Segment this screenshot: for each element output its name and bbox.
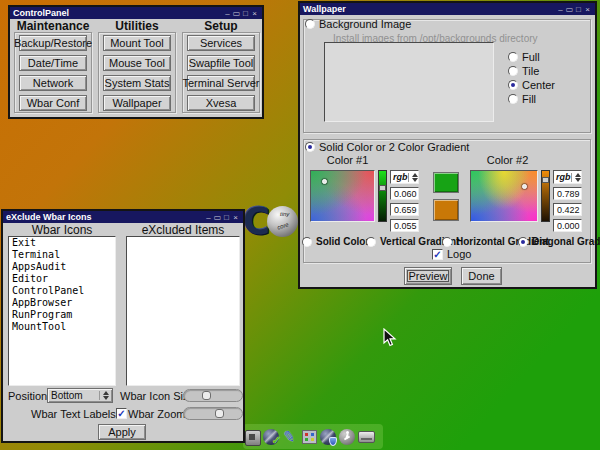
color1-swatch[interactable]: [433, 172, 459, 193]
mode-radio-fill[interactable]: Fill: [508, 93, 536, 105]
color2-b-field[interactable]: 0.000: [553, 219, 582, 232]
mode-radio-center[interactable]: Center: [508, 79, 555, 91]
network-button[interactable]: Network: [19, 75, 87, 91]
position-label: Position: [8, 390, 47, 402]
system-stats-button[interactable]: System Stats: [103, 75, 171, 91]
radio-icon[interactable]: [302, 237, 312, 247]
mount-tool-button[interactable]: Mount Tool: [103, 35, 171, 51]
color1-g-field[interactable]: 0.659: [390, 203, 419, 216]
radio-icon[interactable]: [442, 237, 452, 247]
wallpaper-button[interactable]: Wallpaper: [103, 95, 171, 111]
list-item[interactable]: Editor: [9, 273, 115, 285]
color2-marker[interactable]: [522, 184, 527, 189]
list-item[interactable]: Exit: [9, 237, 115, 249]
color1-value-slider[interactable]: [378, 170, 387, 222]
radio-icon[interactable]: [305, 19, 315, 29]
list-item[interactable]: AppsAudit: [9, 261, 115, 273]
position-dropdown[interactable]: Bottom: [47, 388, 113, 403]
close-icon[interactable]: ×: [583, 4, 592, 15]
list-item[interactable]: Terminal: [9, 249, 115, 261]
minimize-icon[interactable]: –: [556, 4, 565, 15]
updown-arrows-icon: [408, 173, 418, 182]
controlpanel-titlebar[interactable]: ControlPanel – ▭ □ ×: [10, 7, 262, 19]
radio-icon[interactable]: [508, 52, 518, 62]
mounttool-icon[interactable]: [358, 428, 375, 446]
logo-checkbox[interactable]: ✓: [432, 249, 443, 260]
apply-button[interactable]: Apply: [98, 424, 146, 440]
minimize-icon[interactable]: –: [223, 8, 232, 19]
wallpaper-titlebar[interactable]: Wallpaper – ▭ □ ×: [300, 3, 595, 15]
color1-mode-choice[interactable]: rgb: [390, 170, 419, 184]
radio-icon[interactable]: [508, 94, 518, 104]
solid-or-gradient-label: Solid Color or 2 Color Gradient: [319, 141, 469, 153]
background-image-list[interactable]: [324, 42, 494, 122]
date-time-button[interactable]: Date/Time: [19, 55, 87, 71]
preview-button[interactable]: Preview: [404, 267, 452, 285]
wbar-icons-list[interactable]: Exit Terminal AppsAudit Editor ControlPa…: [8, 236, 116, 386]
radio-icon[interactable]: [366, 237, 376, 247]
color2-r-field[interactable]: 0.789: [553, 187, 582, 200]
shade-icon[interactable]: ▭: [232, 8, 241, 19]
close-icon[interactable]: ×: [250, 8, 259, 19]
wbar-conf-button[interactable]: Wbar Conf: [19, 95, 87, 111]
color1-marker[interactable]: [322, 179, 327, 184]
mode-radio-tile[interactable]: Tile: [508, 65, 539, 77]
radio-icon[interactable]: [518, 237, 528, 247]
color1-hue-box[interactable]: [310, 170, 375, 222]
terminal-server-button[interactable]: Terminal Server: [187, 75, 255, 91]
slider-handle[interactable]: [379, 185, 386, 191]
color2-mode-choice[interactable]: rgb: [553, 170, 582, 184]
gradient-radio-diagonal[interactable]: Diagonal Gradient: [518, 236, 600, 247]
logo-checkbox-row[interactable]: ✓ Logo: [432, 248, 471, 260]
color2-hue-box[interactable]: [470, 170, 538, 222]
solid-or-gradient-radio[interactable]: Solid Color or 2 Color Gradient: [305, 141, 469, 153]
list-item[interactable]: RunProgram: [9, 309, 115, 321]
wbar-zoom-slider[interactable]: [183, 407, 243, 420]
close-icon[interactable]: ×: [231, 212, 240, 223]
wbar-icon-size-slider[interactable]: [183, 389, 243, 402]
wbar-text-labels-checkbox[interactable]: ✓: [116, 408, 127, 419]
gradient-radio-solid[interactable]: Solid Color: [302, 236, 369, 247]
appbrowser-icon[interactable]: [320, 428, 337, 446]
color1-b-field[interactable]: 0.055: [390, 219, 419, 232]
xvesa-button[interactable]: Xvesa: [187, 95, 255, 111]
mouse-tool-button[interactable]: Mouse Tool: [103, 55, 171, 71]
shade-icon[interactable]: ▭: [213, 212, 222, 223]
swapfile-tool-button[interactable]: Swapfile Tool: [187, 55, 255, 71]
runprogram-icon[interactable]: [339, 428, 356, 446]
list-item[interactable]: ControlPanel: [9, 285, 115, 297]
radio-icon[interactable]: [508, 80, 518, 90]
slider-handle[interactable]: [542, 177, 549, 183]
radio-icon[interactable]: [508, 66, 518, 76]
slider-handle[interactable]: [202, 391, 211, 400]
color2-swatch[interactable]: [433, 199, 459, 221]
background-image-radio[interactable]: Background Image: [305, 18, 411, 30]
color1-r-field[interactable]: 0.060: [390, 187, 419, 200]
backup-restore-button[interactable]: Backup/Restore: [19, 35, 87, 51]
desktop: C tiny core ✓ ✎ Co: [0, 0, 600, 450]
color2-g-field[interactable]: 0.422: [553, 203, 582, 216]
editor-icon[interactable]: ✎: [282, 428, 299, 446]
appsaudit-icon[interactable]: ✓: [263, 428, 280, 446]
slider-handle[interactable]: [215, 409, 224, 418]
done-button[interactable]: Done: [461, 267, 502, 285]
maximize-icon[interactable]: □: [574, 4, 583, 15]
services-button[interactable]: Services: [187, 35, 255, 51]
mode-radio-full[interactable]: Full: [508, 51, 540, 63]
minimize-icon[interactable]: –: [204, 212, 213, 223]
list-item[interactable]: AppBrowser: [9, 297, 115, 309]
position-value: Bottom: [51, 390, 83, 401]
exit-icon[interactable]: [244, 428, 261, 446]
list-item[interactable]: MountTool: [9, 321, 115, 333]
maximize-icon[interactable]: □: [241, 8, 250, 19]
controlpanel-icon[interactable]: [301, 428, 318, 446]
logo-text-top: tiny: [280, 211, 289, 217]
exclude-titlebar[interactable]: eXclude Wbar Icons – ▭ □ ×: [3, 211, 243, 223]
maximize-icon[interactable]: □: [222, 212, 231, 223]
color1-label: Color #1: [310, 154, 385, 166]
radio-icon[interactable]: [305, 142, 315, 152]
excluded-items-list[interactable]: [126, 236, 240, 386]
wbar-text-labels-label: Wbar Text Labels: [31, 408, 116, 420]
shade-icon[interactable]: ▭: [565, 4, 574, 15]
color2-value-slider[interactable]: [541, 170, 550, 222]
